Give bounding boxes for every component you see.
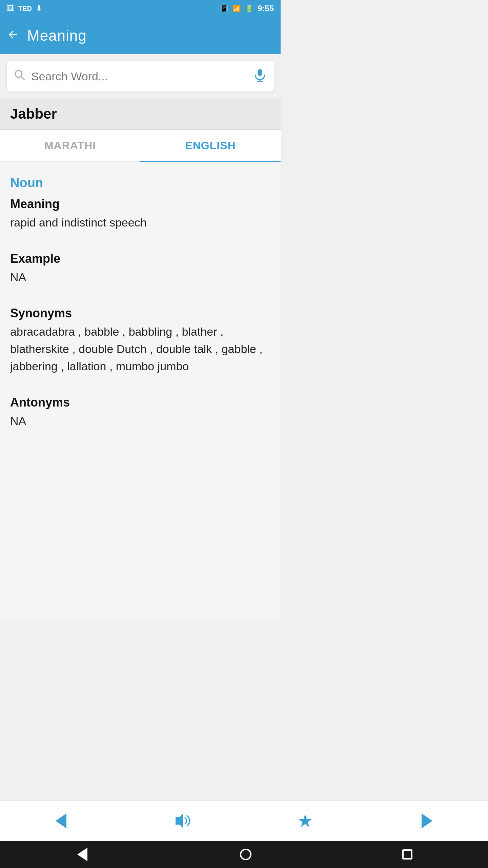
meaning-label: Meaning [10,197,270,211]
vibrate-icon: 📳 [220,4,228,13]
signal-icon: 📶 [232,4,241,13]
search-icon [14,69,26,84]
antonyms-value: NA [10,412,270,430]
search-input[interactable] [31,70,247,83]
tab-english[interactable]: ENGLISH [140,130,281,161]
back-button[interactable] [7,27,19,44]
app-title: Meaning [27,27,87,44]
search-bar [7,61,274,92]
battery-icon: 🔋 [245,4,253,13]
meaning-value: rapid and indistinct speech [10,214,270,231]
ted-icon: TED [18,5,32,13]
status-bar: 🖼 TED ⬇ 📳 📶 🔋 9:55 [0,0,281,17]
mic-icon[interactable] [253,68,267,85]
part-of-speech: Noun [10,176,270,190]
synonyms-value: abracadabra , babble , babbling , blathe… [10,323,270,375]
app-bar: Meaning [0,17,281,54]
synonyms-label: Synonyms [10,306,270,320]
word-title: Jabber [10,106,57,122]
content-area: Noun Meaning rapid and indistinct speech… [0,162,281,620]
word-title-bar: Jabber [0,98,281,130]
status-bar-left: 🖼 TED ⬇ [7,4,42,13]
example-label: Example [10,252,270,266]
svg-line-1 [21,76,24,80]
svg-rect-2 [258,69,262,76]
clock: 9:55 [258,4,274,13]
tab-marathi[interactable]: MARATHI [0,130,140,161]
tabs-container: MARATHI ENGLISH [0,130,281,162]
example-value: NA [10,269,270,286]
antonyms-label: Antonyms [10,395,270,410]
status-bar-right: 📳 📶 🔋 9:55 [220,4,274,13]
gallery-icon: 🖼 [7,4,14,13]
download-icon: ⬇ [36,4,42,13]
